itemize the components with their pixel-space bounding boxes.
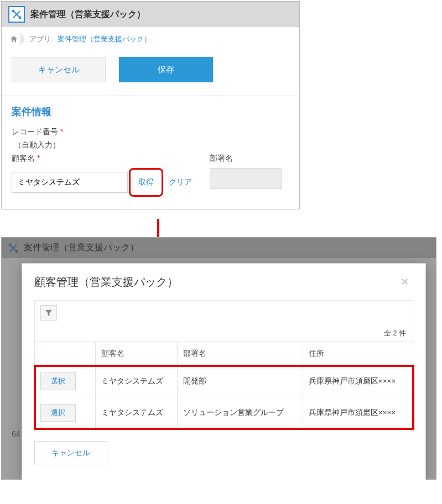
record-number-auto: （自動入力） xyxy=(12,140,289,150)
customer-input[interactable] xyxy=(12,172,128,193)
field-record-number: レコード番号* （自動入力） xyxy=(2,124,299,154)
app-title: 案件管理（営業支援パック） xyxy=(30,9,145,20)
table-row: 選択 ミヤタシステムズ ソリューション営業グループ 兵庫県神戸市須磨区×××× xyxy=(35,397,413,429)
modal-title: 顧客管理（営業支援パック） xyxy=(34,275,178,290)
select-button[interactable]: 選択 xyxy=(40,372,76,390)
record-number-label: レコード番号 xyxy=(12,127,58,136)
svg-point-2 xyxy=(13,11,14,12)
dept-label: 部署名 xyxy=(210,154,282,164)
cell-address: 兵庫県神戸市須磨区×××× xyxy=(303,366,413,397)
cell-dept: ソリューション営業グループ xyxy=(178,397,303,429)
cell-address: 兵庫県神戸市須磨区×××× xyxy=(303,397,413,429)
home-icon[interactable] xyxy=(9,35,18,44)
customer-label: 顧客名 xyxy=(12,154,35,162)
save-button[interactable]: 保存 xyxy=(119,57,213,82)
table-row: 選択 ミヤタシステムズ 開発部 兵庫県神戸市須磨区×××× xyxy=(35,366,413,397)
cell-customer: ミヤタシステムズ xyxy=(96,397,178,429)
breadcrumb-prefix: アプリ: xyxy=(29,34,53,44)
breadcrumb: アプリ: 案件管理（営業支援パック） xyxy=(2,27,299,51)
app-window-bottom: 案件管理（営業支援パック） 64 顧客管理（営業支援パック） ✕ 全 2 件 顧… xyxy=(1,237,436,480)
rows-highlight: 選択 ミヤタシステムズ 開発部 兵庫県神戸市須磨区×××× 選択 ミヤタシステム… xyxy=(35,366,413,429)
svg-point-3 xyxy=(19,17,21,19)
app-window-top: 案件管理（営業支援パック） アプリ: 案件管理（営業支援パック） キャンセル 保… xyxy=(1,1,300,209)
fetch-button[interactable]: 取得 xyxy=(134,172,158,193)
table-header-row: 顧客名 部署名 住所 xyxy=(35,342,413,366)
results-table: 顧客名 部署名 住所 選択 ミヤタシステムズ 開発部 兵庫県神戸市須磨区××××… xyxy=(34,342,413,429)
action-buttons: キャンセル 保存 xyxy=(2,51,299,96)
filter-icon[interactable] xyxy=(40,305,57,321)
section-title: 案件情報 xyxy=(2,96,299,124)
cell-dept: 開発部 xyxy=(178,366,303,397)
breadcrumb-app-link[interactable]: 案件管理（営業支援パック） xyxy=(58,34,151,44)
filter-bar xyxy=(34,300,413,325)
required-mark: * xyxy=(37,154,40,162)
col-address: 住所 xyxy=(303,342,413,366)
titlebar: 案件管理（営業支援パック） xyxy=(2,2,299,27)
required-mark: * xyxy=(60,127,63,136)
select-button[interactable]: 選択 xyxy=(40,404,76,422)
col-dept: 部署名 xyxy=(178,342,303,366)
modal-cancel-button[interactable]: キャンセル xyxy=(34,441,107,465)
dept-readonly xyxy=(210,168,282,189)
fetch-highlight: 取得 xyxy=(129,168,163,197)
breadcrumb-separator-icon xyxy=(20,33,25,46)
app-icon xyxy=(8,6,25,23)
close-icon[interactable]: ✕ xyxy=(396,274,413,290)
clear-button[interactable]: クリア xyxy=(164,172,196,193)
cell-customer: ミヤタシステムズ xyxy=(96,366,178,397)
cancel-button[interactable]: キャンセル xyxy=(12,57,106,82)
result-count: 全 2 件 xyxy=(34,325,413,342)
col-customer: 顧客名 xyxy=(96,342,178,366)
lookup-modal: 顧客管理（営業支援パック） ✕ 全 2 件 顧客名 部署名 住所 選択 xyxy=(22,263,426,480)
